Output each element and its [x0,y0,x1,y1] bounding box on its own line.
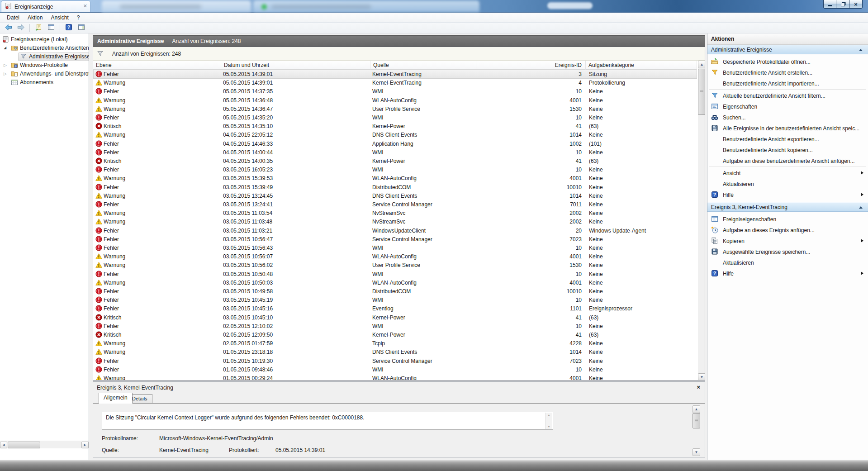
sidebar-item-abonnements[interactable]: Abonnements [0,78,89,87]
event-row[interactable]: Warnung05.05.2015 14:36:47User Profile S… [93,105,697,114]
event-row[interactable]: Kritisch02.05.2015 12:09:50Kernel-Power4… [93,330,697,339]
collapse-section-icon[interactable] [859,206,863,209]
scrollbar-thumb[interactable] [698,69,705,115]
event-row[interactable]: Fehler04.05.2015 14:00:44WMI10Keine [93,148,697,157]
action-aufgabe-an-diese-benutzerdefinierte-ansi[interactable]: Aufgabe an diese benutzerdefinierte Ansi… [707,156,868,167]
menu-item-ansicht[interactable]: Ansicht [47,13,72,22]
event-row[interactable]: Fehler05.05.2015 14:37:35WMI10Keine [93,87,697,96]
scroll-down-icon[interactable]: ▼ [698,373,705,381]
scroll-up-icon[interactable]: ▲ [693,405,700,413]
detail-close-icon[interactable]: × [697,384,700,390]
event-row[interactable]: Fehler01.05.2015 10:19:30Service Control… [93,357,697,366]
action-suchen[interactable]: Suchen... [707,112,868,123]
column-header-datum-und-uhrzeit[interactable]: Datum und Uhrzeit [221,61,370,70]
event-row[interactable]: Fehler03.05.2015 10:56:43WMI10Keine [93,243,697,252]
column-header-quelle[interactable]: Quelle [370,61,476,70]
sidebar-item-administrative-ereignisse[interactable]: Administrative Ereignisse [0,52,89,61]
action-gespeicherte-protokolldatei-öffnen[interactable]: Gespeicherte Protokolldatei öffnen... [707,57,868,67]
sidebar-item-anwendungs-und-dienstprotokolle[interactable]: ▷Anwendungs- und Dienstprotokolle [0,70,89,78]
event-row[interactable]: Warnung03.05.2015 15:39:53WLAN-AutoConfi… [93,174,697,183]
event-description-box[interactable]: Die Sitzung "Circular Kernel Context Log… [102,412,553,430]
actions-section-header[interactable]: Administrative Ereignisse [707,45,868,54]
column-header-aufgabenkategorie[interactable]: Aufgabenkategorie [586,61,697,70]
tab-close-icon[interactable]: ✕ [83,4,87,9]
event-row[interactable]: Warnung02.05.2015 01:47:59Tcpip4228Keine [93,339,697,348]
action-benutzerdefinierte-ansicht-kopieren[interactable]: Benutzerdefinierte Ansicht kopieren... [707,145,868,156]
action-kopieren[interactable]: Kopieren [707,236,868,247]
action-benutzerdefinierte-ansicht-exportieren[interactable]: Benutzerdefinierte Ansicht exportieren..… [707,134,868,145]
console-window-button[interactable] [46,23,57,33]
event-row[interactable]: Kritisch03.05.2015 10:45:10Kernel-Power4… [93,313,697,322]
column-header-ebene[interactable]: Ebene [93,61,221,70]
event-row[interactable]: Warnung01.05.2015 23:18:18DNS Client Eve… [93,347,697,357]
event-row[interactable]: Fehler03.05.2015 13:24:41Service Control… [93,200,697,209]
sidebar-item-benutzerdefinierte-ansichten[interactable]: ◢Benutzerdefinierte Ansichten [0,44,89,52]
menu-item-datei[interactable]: Datei [3,13,24,22]
action-aktualisieren[interactable]: Aktualisieren [707,257,868,268]
action-eigenschaften[interactable]: Eigenschaften [707,101,868,112]
action-ausgewählte-ereignisse-speichern[interactable]: Ausgewählte Ereignisse speichern... [707,247,868,257]
close-button[interactable]: × [849,0,863,9]
sidebar-item-windows-protokolle[interactable]: ▷Windows-Protokolle [0,61,89,70]
event-row[interactable]: Warnung03.05.2015 13:24:45DNS Client Eve… [93,191,697,200]
action-hilfe[interactable]: ?Hilfe [707,190,868,200]
action-benutzerdefinierte-ansicht-importieren[interactable]: Benutzerdefinierte Ansicht importieren..… [707,78,868,89]
event-row[interactable]: Kritisch05.05.2015 14:35:10Kernel-Power4… [93,122,697,131]
event-row[interactable]: Kritisch04.05.2015 14:00:35Kernel-Power4… [93,157,697,166]
event-row[interactable]: Warnung03.05.2015 11:03:48NvStreamSvc200… [93,217,697,226]
event-row[interactable]: Fehler03.05.2015 10:45:19WMI10Keine [93,295,697,304]
event-row[interactable]: Warnung04.05.2015 22:05:12DNS Client Eve… [93,130,697,139]
event-row[interactable]: Warnung05.05.2015 14:39:01Kernel-EventTr… [93,78,697,87]
expand-icon[interactable]: ▷ [4,71,7,76]
event-row[interactable]: Fehler03.05.2015 10:45:16Eventlog1101Ere… [93,304,697,313]
scrollbar-thumb[interactable] [8,442,40,448]
action-ansicht[interactable]: Ansicht [707,168,868,179]
column-header-ereignis-id[interactable]: Ereignis-ID [476,61,586,70]
event-row[interactable]: Fehler03.05.2015 16:05:23WMI10Keine [93,165,697,174]
menu-item-aktion[interactable]: Aktion [24,13,47,22]
tree-horizontal-scrollbar[interactable]: ◄ ► [0,441,89,448]
detail-scrollbar[interactable]: ▲ ▼ [693,405,700,456]
event-row[interactable]: Fehler01.05.2015 09:48:46WMI10Keine [93,365,697,374]
back-button[interactable] [3,23,14,33]
sidebar-item-ereignisanzeige-lokal[interactable]: Ereignisanzeige (Lokal) [0,35,89,44]
collapse-icon[interactable]: ◢ [4,46,6,50]
minimize-button[interactable] [823,0,836,9]
tab-allgemein[interactable]: Allgemein [99,393,133,404]
action-aktuelle-benutzerdefinierte-ansicht-filt[interactable]: Aktuelle benutzerdefinierte Ansicht filt… [707,90,868,101]
event-row[interactable]: Fehler03.05.2015 10:49:58DistributedCOM1… [93,287,697,296]
action-aktualisieren[interactable]: Aktualisieren [707,179,868,190]
action-pane-button[interactable] [76,23,87,33]
active-window-tab[interactable]: Ereignisanzeige ✕ [1,0,90,12]
event-row[interactable]: Warnung03.05.2015 10:50:03WLAN-AutoConfi… [93,278,697,287]
action-ereigniseigenschaften[interactable]: Ereigniseigenschaften [707,214,868,225]
scroll-right-icon[interactable]: ► [81,442,89,448]
action-benutzerdefinierte-ansicht-erstellen[interactable]: Benutzerdefinierte Ansicht erstellen... [707,67,868,78]
event-row[interactable]: Warnung03.05.2015 10:56:07WLAN-AutoConfi… [93,252,697,261]
actions-section-header[interactable]: Ereignis 3, Kernel-EventTracing [707,202,868,212]
description-scrollbar[interactable]: ▲▼ [545,413,552,429]
event-row[interactable]: Fehler05.05.2015 14:39:01Kernel-EventTra… [93,70,697,79]
scroll-down-icon[interactable]: ▼ [693,448,700,456]
maximize-button[interactable] [836,0,849,9]
event-row[interactable]: Fehler03.05.2015 10:50:48WMI10Keine [93,270,697,279]
taskbar[interactable] [0,460,868,471]
event-row[interactable]: Fehler03.05.2015 10:56:47Service Control… [93,235,697,244]
scroll-up-icon[interactable]: ▲ [698,61,705,68]
event-row[interactable]: Warnung05.05.2015 14:36:48WLAN-AutoConfi… [93,96,697,105]
event-row[interactable]: Warnung03.05.2015 10:56:02User Profile S… [93,261,697,270]
event-row[interactable]: Fehler03.05.2015 15:39:49DistributedCOM1… [93,183,697,192]
event-row[interactable]: Warnung03.05.2015 11:03:54NvStreamSvc200… [93,209,697,218]
event-row[interactable]: Fehler05.05.2015 14:35:20WMI10Keine [93,113,697,122]
event-row[interactable]: Fehler04.05.2015 14:46:33Application Han… [93,139,697,148]
help-button[interactable]: ? [63,23,74,33]
scrollbar-thumb[interactable] [693,413,700,428]
event-row[interactable]: Warnung01.05.2015 00:29:24WLAN-AutoConfi… [93,374,697,381]
filter-summary-row[interactable]: Anzahl von Ereignissen: 248 [93,47,705,61]
open-saved-log-button[interactable] [33,23,44,33]
action-hilfe[interactable]: ?Hilfe [707,268,868,279]
action-alle-ereignisse-in-der-benutzerdefiniert[interactable]: Alle Ereignisse in der benutzerdefiniert… [707,123,868,134]
forward-button[interactable] [15,23,26,33]
expand-icon[interactable]: ▷ [4,63,7,67]
event-list-scrollbar[interactable]: ▲ ▼ [698,61,705,381]
